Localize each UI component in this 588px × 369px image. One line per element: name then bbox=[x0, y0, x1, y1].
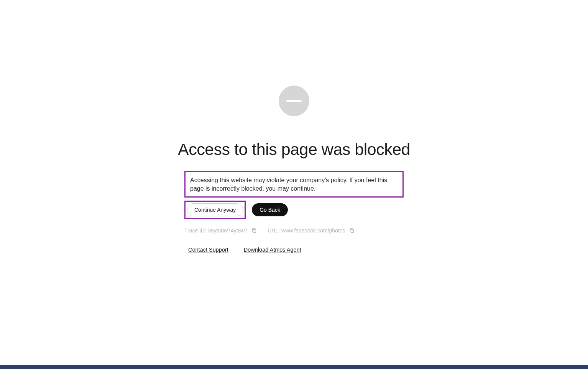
svg-rect-1 bbox=[351, 230, 353, 233]
minus-bar bbox=[286, 100, 302, 102]
continue-anyway-button[interactable]: Continue Anyway bbox=[187, 203, 243, 216]
url-value: www.facebook.com/photos bbox=[281, 227, 345, 234]
blocked-icon bbox=[279, 86, 309, 116]
meta-row: Trace ID: 38ytu8w74yt8w7 URL: www.facebo… bbox=[184, 227, 404, 234]
bottom-bar bbox=[0, 365, 588, 369]
trace-id-text: Trace ID: 38ytu8w74yt8w7 bbox=[184, 227, 248, 234]
copy-url-icon[interactable] bbox=[349, 228, 355, 233]
go-back-button[interactable]: Go Back bbox=[252, 203, 288, 216]
contact-support-link[interactable]: Contact Support bbox=[188, 247, 228, 253]
trace-id-value: 38ytu8w74yt8w7 bbox=[208, 227, 248, 234]
footer-links-row: Contact Support Download Atmos Agent bbox=[184, 247, 404, 253]
url-text: URL: www.facebook.com/photos bbox=[268, 227, 345, 234]
download-agent-link[interactable]: Download Atmos Agent bbox=[244, 247, 301, 253]
url-label: URL: bbox=[268, 227, 280, 234]
description-highlight-box: Accessing this website may violate your … bbox=[184, 171, 404, 198]
page-title: Access to this page was blocked bbox=[178, 140, 410, 159]
trace-id-label: Trace ID: bbox=[184, 227, 206, 234]
continue-highlight-box: Continue Anyway bbox=[184, 201, 246, 219]
blocked-page-content: Access to this page was blocked Accessin… bbox=[0, 0, 588, 253]
svg-rect-0 bbox=[253, 230, 256, 233]
description-text: Accessing this website may violate your … bbox=[190, 176, 398, 193]
copy-trace-icon[interactable] bbox=[251, 228, 257, 233]
button-row: Continue Anyway Go Back bbox=[184, 201, 404, 219]
